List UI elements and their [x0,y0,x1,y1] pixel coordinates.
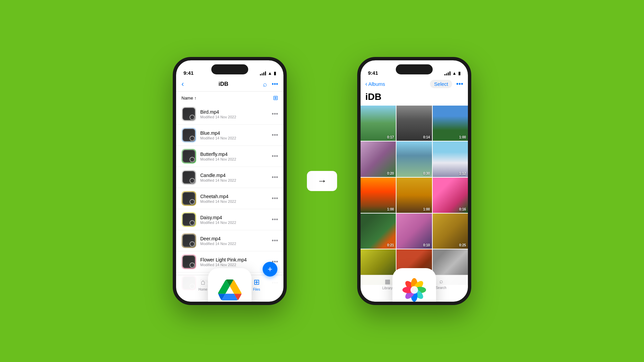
file-date: Modified 14 Nov 2022 [200,115,268,119]
photo-duration-6: 1:12 [459,172,466,175]
photo-cell-5[interactable]: 0:30 [396,141,432,177]
chevron-left-icon: ‹ [365,80,367,87]
status-time-left: 9:41 [183,70,194,76]
photo-cell-2[interactable]: 0:14 [396,106,432,141]
list-item[interactable]: Butterfly.mp4 Modified 14 Nov 2022 ••• [176,146,283,167]
signal-icon-right [444,71,450,75]
tab-library-label: Library [382,286,393,290]
file-more-button[interactable]: ••• [272,237,278,244]
back-albums-button[interactable]: ‹ Albums [365,80,385,87]
file-icon-blue [181,128,196,142]
back-albums-label: Albums [368,81,385,87]
photo-duration-11: 0:10 [423,243,430,247]
list-item[interactable]: Blue.mp4 Modified 14 Nov 2022 ••• [176,125,283,146]
file-info-flower-light: Flower Light Pink.mp4 Modified 14 Nov 20… [200,257,268,267]
file-icon-deer [181,233,196,248]
file-name: Bird.mp4 [200,109,268,115]
file-more-button[interactable]: ••• [272,111,278,118]
file-name: Daisy.mp4 [200,215,268,220]
photo-cell-3[interactable]: 1:00 [433,106,468,141]
photo-cell-10[interactable]: 0:21 [361,214,396,249]
file-icon-cheetah [181,191,196,206]
add-button[interactable]: + [263,262,277,277]
photo-cell-9[interactable]: 0:16 [433,178,468,213]
photo-cell-6[interactable]: 1:12 [433,141,468,177]
file-info-butterfly: Butterfly.mp4 Modified 14 Nov 2022 [200,152,268,161]
list-item[interactable]: Candle.mp4 Modified 14 Nov 2022 ••• [176,167,283,188]
wifi-icon-right: ▲ [452,71,457,76]
photos-actions: Select ••• [430,80,463,88]
arrow-container: → [307,171,337,191]
status-icons-left: ▲ ▮ [260,71,276,76]
file-more-button[interactable]: ••• [272,132,278,139]
home-icon: ⌂ [201,278,205,287]
file-more-button[interactable]: ••• [272,195,278,202]
status-icons-right: ▲ ▮ [444,71,461,76]
file-info-blue: Blue.mp4 Modified 14 Nov 2022 [200,130,268,140]
nav-actions-left: ⌕ ••• [263,80,278,88]
nav-title-left: iDB [219,81,228,87]
photo-duration-10: 0:21 [387,243,394,247]
file-more-button[interactable]: ••• [272,153,278,160]
photo-duration-3: 1:00 [459,135,466,139]
file-info-daisy: Daisy.mp4 Modified 14 Nov 2022 [200,215,268,225]
wifi-icon: ▲ [268,71,272,76]
tab-search-label: Search [436,286,446,290]
photos-app-icon [392,268,436,305]
photo-cell-8[interactable]: 1:00 [396,178,432,213]
file-date: Modified 14 Nov 2022 [200,263,268,267]
file-icon-daisy [181,212,196,227]
list-item[interactable]: Bird.mp4 Modified 14 Nov 2022 ••• [176,104,283,125]
file-info-deer: Deer.mp4 Modified 14 Nov 2022 [200,236,268,246]
photo-cell-4[interactable]: 0:20 [361,141,396,177]
library-icon: ▦ [385,278,390,285]
file-name: Blue.mp4 [200,130,268,136]
photo-duration-9: 0:16 [459,207,466,211]
gdrive-app-icon [208,268,252,305]
phone-left: 9:41 ▲ ▮ ‹ iDB ⌕ ••• [173,57,287,305]
file-icon-butterfly [181,149,196,164]
phone-right: 9:41 ▲ ▮ ‹ Albums [357,57,471,305]
file-icon-bird [181,107,196,121]
list-item[interactable]: Daisy.mp4 Modified 14 Nov 2022 ••• [176,209,283,230]
grid-view-icon[interactable]: ⊞ [273,94,278,102]
gdrive-logo [218,278,241,302]
list-item[interactable]: Deer.mp4 Modified 14 Nov 2022 ••• [176,230,283,251]
photo-cell-12[interactable]: 0:25 [433,214,468,249]
plus-icon: + [268,264,272,274]
scene: 9:41 ▲ ▮ ‹ iDB ⌕ ••• [173,57,471,305]
file-date: Modified 14 Nov 2022 [200,221,268,225]
battery-icon: ▮ [274,71,276,76]
sort-label[interactable]: Name ↑ [181,96,197,101]
file-info-bird: Bird.mp4 Modified 14 Nov 2022 [200,109,268,119]
file-more-button[interactable]: ••• [272,174,278,181]
arrow-icon: → [317,176,327,186]
photos-more-icon[interactable]: ••• [456,80,463,88]
more-icon[interactable]: ••• [272,81,278,88]
back-button[interactable]: ‹ [181,80,184,88]
photo-duration-7: 1:00 [387,207,394,211]
photo-duration-8: 1:00 [423,207,430,211]
file-icon-flower-light [181,254,196,269]
album-title: iDB [361,91,468,106]
photo-cell-1[interactable]: 0:17 [361,106,396,141]
dynamic-island-left [211,64,248,74]
photos-nav: ‹ Albums Select ••• [361,78,468,91]
list-item[interactable]: Cheetah.mp4 Modified 14 Nov 2022 ••• [176,188,283,209]
file-name: Cheetah.mp4 [200,194,268,199]
file-more-button[interactable]: ••• [272,216,278,223]
dynamic-island-right [396,64,433,74]
select-button[interactable]: Select [430,80,452,88]
photo-duration-4: 0:20 [387,172,394,175]
file-date: Modified 14 Nov 2022 [200,242,268,246]
files-icon: ⊞ [254,278,260,287]
photo-duration-1: 0:17 [387,135,394,139]
tab-files-label: Files [253,288,260,291]
photo-cell-7[interactable]: 1:00 [361,178,396,213]
photo-duration-12: 0:25 [459,243,466,247]
tab-home-label: Home [199,288,208,291]
file-name: Deer.mp4 [200,236,268,241]
photo-duration-5: 0:30 [423,172,430,175]
photo-cell-11[interactable]: 0:10 [396,214,432,249]
search-icon[interactable]: ⌕ [263,80,267,88]
